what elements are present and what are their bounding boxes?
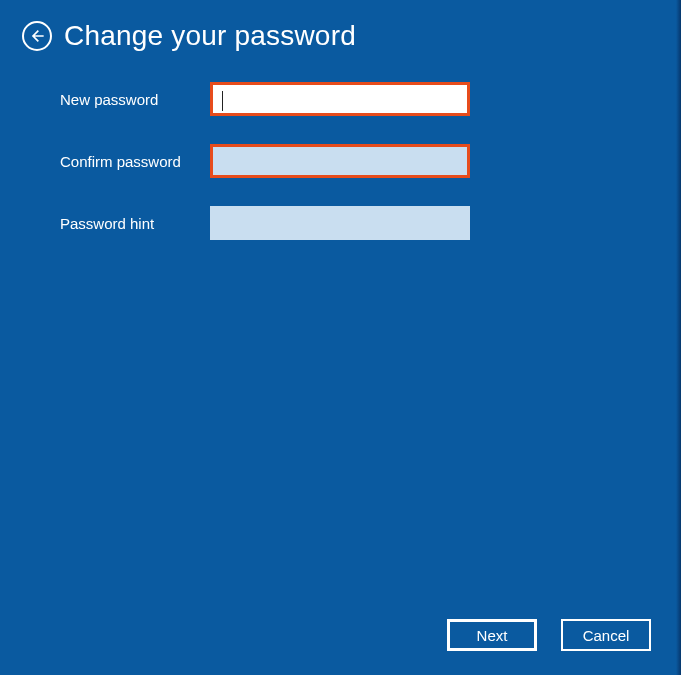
text-caret: [222, 91, 223, 111]
password-hint-label: Password hint: [60, 215, 210, 232]
password-hint-row: Password hint: [60, 206, 681, 240]
password-hint-field-wrap: [210, 206, 470, 240]
password-form: New password Confirm password Password h…: [0, 52, 681, 240]
cancel-button[interactable]: Cancel: [561, 619, 651, 651]
back-button[interactable]: [22, 21, 52, 51]
new-password-input[interactable]: [213, 85, 467, 113]
confirm-password-field-wrap: [210, 144, 470, 178]
confirm-password-row: Confirm password: [60, 144, 681, 178]
new-password-field-wrap: [210, 82, 470, 116]
new-password-label: New password: [60, 91, 210, 108]
password-hint-input[interactable]: [210, 206, 470, 240]
page-title: Change your password: [64, 20, 356, 52]
next-button[interactable]: Next: [447, 619, 537, 651]
confirm-password-label: Confirm password: [60, 153, 210, 170]
arrow-left-icon: [29, 28, 45, 44]
footer-buttons: Next Cancel: [447, 619, 651, 651]
new-password-row: New password: [60, 82, 681, 116]
header: Change your password: [0, 0, 681, 52]
confirm-password-input[interactable]: [213, 147, 467, 175]
